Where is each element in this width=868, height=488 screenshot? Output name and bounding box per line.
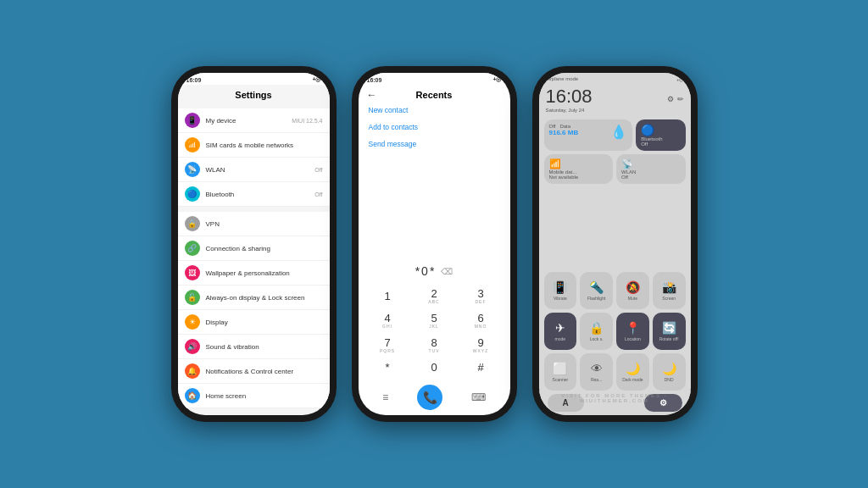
settings-label-sound: Sound & vibration: [206, 343, 317, 351]
settings-label-vpn: VPN: [206, 220, 317, 228]
cc-tile-label-6: Location: [625, 336, 641, 341]
cc-small-tile-9[interactable]: 👁 Rea...: [580, 353, 613, 391]
key-0[interactable]: 0: [412, 358, 457, 376]
cc-small-tile-11[interactable]: 🌙 DND: [653, 353, 686, 391]
cc-tile-icon-4: ✈: [555, 321, 565, 335]
call-button[interactable]: 📞: [417, 385, 442, 410]
settings-label-my-device: My device: [206, 117, 287, 125]
key-8[interactable]: 8 TUV: [412, 334, 457, 357]
key-3[interactable]: 3 DEF: [459, 285, 504, 308]
key-2[interactable]: 2 ABC: [412, 285, 457, 308]
settings-item-aod[interactable]: 🔓 Always-on display & Lock screen: [178, 286, 330, 310]
cc-small-tile-7[interactable]: 🔄 Rotate off!: [653, 313, 686, 350]
cc-small-tile-2[interactable]: 🔕 Mute: [616, 272, 649, 309]
settings-value-bluetooth: Off: [314, 191, 322, 197]
back-icon[interactable]: ←: [367, 89, 377, 101]
cc-tile-label-1: Flashlight: [587, 296, 605, 301]
dialer-action-send-message[interactable]: Send message: [359, 136, 510, 152]
dialer-action-new-contact[interactable]: New contact: [359, 102, 510, 119]
status-time-1: 16:09: [186, 77, 202, 83]
settings-item-sound[interactable]: 🔊 Sound & vibration: [178, 335, 330, 359]
key-1[interactable]: 1: [365, 285, 410, 308]
bluetooth-icon: 🔵: [641, 124, 654, 136]
settings-title: Settings: [178, 85, 330, 103]
settings-icon-aod: 🔓: [185, 290, 200, 305]
cc-tile-icon-6: 📍: [626, 321, 640, 335]
settings-item-home[interactable]: 🏠 Home screen: [178, 384, 330, 408]
settings-item-notifications[interactable]: 🔔 Notifications & Control center: [178, 359, 330, 384]
cc-small-tile-4[interactable]: ✈ mode: [544, 313, 577, 350]
edit-icon[interactable]: ✏: [677, 95, 684, 103]
dialer-keyboard-icon[interactable]: ⌨: [471, 391, 486, 403]
key-num: 5: [431, 313, 437, 324]
key-sub: MNO: [475, 324, 487, 329]
settings-item-vpn[interactable]: 🔒 VPN: [178, 212, 330, 236]
dialer-content: 16:09 +◎ ← Recents New contactAdd to con…: [359, 73, 510, 415]
settings-icon-connection: 🔗: [185, 241, 200, 256]
settings-label-display: Display: [206, 319, 317, 326]
cc-small-tile-10[interactable]: 🌙 Dark mode: [616, 353, 649, 391]
cc-tile-icon-11: 🌙: [662, 362, 676, 375]
cc-small-tile-1[interactable]: 🔦 Flashlight: [580, 272, 613, 309]
cc-tile-bluetooth[interactable]: 🔵 Bluetooth Off: [636, 119, 685, 151]
settings-icon-sound: 🔊: [185, 339, 200, 354]
cc-small-tile-6[interactable]: 📍 Location: [616, 313, 649, 350]
cc-time: 16:08: [546, 86, 593, 107]
settings-icon-vpn: 🔒: [185, 216, 200, 231]
key-num: 7: [384, 337, 390, 348]
gear-icon[interactable]: ⚙: [667, 95, 674, 103]
settings-value-wlan: Off: [314, 167, 322, 173]
cc-small-tile-0[interactable]: 📳 Vibrate: [544, 272, 577, 309]
cc-tile-data[interactable]: Off Data 916.6 MB 💧: [544, 119, 633, 151]
cc-time-row: 16:08 Saturday, July 24 ⚙ ✏: [539, 84, 691, 116]
settings-item-sim-cards[interactable]: 📶 SIM cards & mobile networks: [178, 133, 330, 158]
wlan-icon: 📡: [621, 158, 633, 169]
settings-content: 16:09 +◎ Settings 📱 My device MIUI 12.5.…: [178, 73, 330, 415]
dialer-bottom: ≡ 📞 ⌨: [359, 380, 510, 415]
delete-icon[interactable]: ⌫: [441, 267, 453, 276]
cc-tile-icon-2: 🔕: [626, 280, 640, 294]
cc-tile-icon-3: 📸: [662, 280, 676, 294]
key-num: 8: [431, 337, 437, 348]
dialer-menu-icon[interactable]: ≡: [382, 391, 388, 403]
settings-item-my-device[interactable]: 📱 My device MIUI 12.5.4: [178, 108, 330, 133]
key-4[interactable]: 4 GHI: [365, 309, 410, 332]
settings-icon-bluetooth: 🔵: [185, 186, 200, 202]
settings-item-wallpaper[interactable]: 🖼 Wallpaper & personalization: [178, 261, 330, 286]
key-5[interactable]: 5 JKL: [412, 309, 457, 332]
cc-tile-icon-1: 🔦: [589, 280, 604, 294]
settings-item-display[interactable]: ☀ Display: [178, 310, 330, 335]
settings-icon-notifications: 🔔: [185, 363, 200, 379]
key-sub: TUV: [429, 348, 440, 353]
key-6[interactable]: 6 MNO: [459, 309, 504, 332]
cc-small-tile-5[interactable]: 🔒 Lock s.: [580, 313, 613, 350]
key-7[interactable]: 7 PQRS: [365, 334, 410, 357]
cc-row-2: 📶 Mobile dat... Not available 📡 WLAN Off: [544, 154, 686, 184]
key-9[interactable]: 9 WXYZ: [459, 334, 504, 357]
cc-date: Saturday, July 24: [546, 108, 593, 113]
cc-tile-wlan[interactable]: 📡 WLAN Off: [616, 154, 686, 184]
settings-item-wlan[interactable]: 📡 WLAN Off: [178, 158, 330, 182]
settings-item-bluetooth[interactable]: 🔵 Bluetooth Off: [178, 182, 330, 207]
cc-bottom-bar: A ⚙: [539, 391, 691, 415]
cc-small-tile-8[interactable]: ⬜ Scanner: [544, 353, 577, 391]
key-sub: JKL: [429, 324, 439, 329]
cc-small-tile-3[interactable]: 📸 Screen: [653, 272, 686, 309]
cc-bottom-a[interactable]: A: [548, 394, 584, 412]
cc-bottom-settings[interactable]: ⚙: [644, 394, 682, 412]
key-num: 6: [477, 313, 483, 324]
cc-tile-icon-9: 👁: [591, 362, 603, 375]
cc-time-date: 16:08 Saturday, July 24: [546, 86, 593, 113]
key-#[interactable]: #: [459, 358, 504, 376]
settings-item-connection[interactable]: 🔗 Connection & sharing: [178, 236, 330, 261]
data-icon: 💧: [610, 124, 627, 140]
key-*[interactable]: *: [365, 358, 410, 376]
cc-status-label: Airplane mode: [546, 76, 579, 82]
dialer-display-area: *0* ⌫ 1 2 ABC 3 DEF 4 GHI 5 JKL 6 MNO 7 …: [359, 152, 510, 380]
settings-label-connection: Connection & sharing: [206, 245, 317, 252]
cc-tile-mobile[interactable]: 📶 Mobile dat... Not available: [544, 154, 614, 184]
key-num: 2: [431, 288, 437, 299]
key-num: 0: [431, 362, 437, 373]
cc-tile-label-3: Screen: [662, 296, 676, 301]
dialer-action-add-to-contacts[interactable]: Add to contacts: [359, 119, 510, 136]
